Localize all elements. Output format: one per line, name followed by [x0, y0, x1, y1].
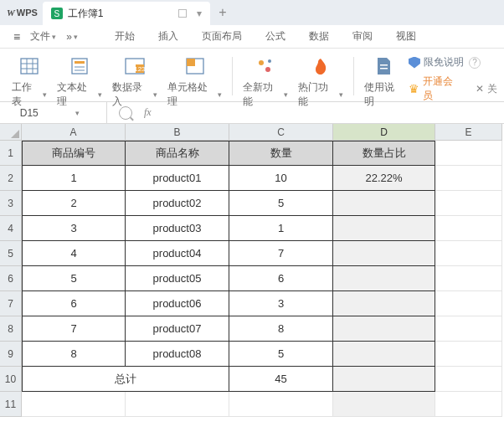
cell[interactable]: 22.22%	[333, 166, 435, 191]
row-header[interactable]: 8	[0, 316, 22, 342]
cell[interactable]	[333, 342, 435, 367]
cell[interactable]: product04	[126, 241, 229, 266]
menu-view[interactable]: 视图	[384, 29, 428, 44]
cell[interactable]: 3	[22, 216, 126, 241]
formula-bar: D15▾ fx	[0, 102, 504, 124]
tool-hot[interactable]: 热门功能▾	[293, 54, 348, 109]
cell[interactable]	[333, 216, 435, 241]
cell[interactable]	[435, 266, 502, 291]
cell[interactable]	[229, 392, 333, 417]
cell[interactable]	[435, 191, 502, 216]
column-header[interactable]: D	[333, 124, 435, 141]
tab-window-icon[interactable]	[178, 9, 187, 18]
cell[interactable]: 4	[22, 241, 126, 266]
vip-link[interactable]: ♛开通会员 ✕关	[409, 75, 497, 103]
cell[interactable]	[22, 392, 126, 417]
hamburger-menu[interactable]: ≡	[8, 30, 25, 44]
cell[interactable]	[435, 166, 502, 191]
menu-review[interactable]: 审阅	[341, 29, 384, 44]
select-all-corner[interactable]	[0, 124, 22, 141]
cell[interactable]	[333, 392, 435, 417]
tab-chevron-icon[interactable]: ▾	[197, 8, 202, 19]
cell[interactable]: product06	[126, 291, 229, 316]
row-header[interactable]: 1	[0, 141, 22, 166]
cell[interactable]: product07	[126, 316, 229, 342]
column-header[interactable]: E	[435, 124, 502, 141]
cell[interactable]: product03	[126, 216, 229, 241]
cell[interactable]: 数量	[229, 141, 333, 166]
menu-formula[interactable]: 公式	[254, 29, 297, 44]
tool-help[interactable]: 使用说明	[359, 54, 409, 109]
cell[interactable]: 商品名称	[126, 141, 229, 166]
more-menu[interactable]: »▾	[61, 31, 83, 43]
row-header[interactable]: 3	[0, 191, 22, 216]
cell[interactable]: 2	[22, 191, 126, 216]
cell[interactable]	[333, 266, 435, 291]
cell[interactable]	[333, 291, 435, 316]
row-header[interactable]: 7	[0, 291, 22, 316]
cell[interactable]	[435, 141, 502, 166]
new-tab-button[interactable]: +	[210, 5, 235, 20]
row-header[interactable]: 11	[0, 392, 22, 417]
formula-input[interactable]	[163, 102, 504, 123]
limit-link[interactable]: 限免说明?	[409, 55, 497, 69]
document-tab[interactable]: S 工作簿1 ▾	[43, 2, 210, 25]
tool-cell[interactable]: 单元格处理▾	[162, 54, 228, 109]
cell[interactable]	[435, 392, 502, 417]
cell[interactable]	[435, 316, 502, 342]
menu-start[interactable]: 开始	[103, 29, 147, 44]
row-header[interactable]: 6	[0, 266, 22, 291]
fx-icon[interactable]: fx	[144, 106, 152, 119]
cell[interactable]: 1	[229, 216, 333, 241]
column-header[interactable]: A	[22, 124, 126, 141]
menu-data[interactable]: 数据	[297, 29, 341, 44]
cell[interactable]: product01	[126, 166, 229, 191]
cell[interactable]: 商品编号	[22, 141, 126, 166]
tool-new-features[interactable]: 全新功能▾	[238, 54, 293, 109]
cell[interactable]: 数量占比	[333, 141, 435, 166]
search-icon[interactable]	[119, 106, 132, 120]
cell[interactable]	[333, 191, 435, 216]
cell[interactable]: 45	[229, 367, 333, 392]
cell[interactable]: 8	[229, 316, 333, 342]
cell[interactable]: product08	[126, 342, 229, 367]
row-header[interactable]: 2	[0, 166, 22, 191]
tool-worksheet[interactable]: 工作表▾	[7, 54, 52, 109]
menu-insert[interactable]: 插入	[147, 29, 190, 44]
cell[interactable]: 7	[22, 316, 126, 342]
tool-data-entry[interactable]: 123 数据录入▾	[107, 54, 162, 109]
cell[interactable]	[333, 241, 435, 266]
cell[interactable]: 5	[229, 191, 333, 216]
row-header[interactable]: 5	[0, 241, 22, 266]
cell[interactable]	[435, 291, 502, 316]
cell[interactable]: 1	[22, 166, 126, 191]
cell[interactable]	[333, 367, 435, 392]
row-header[interactable]: 9	[0, 342, 22, 367]
menu-layout[interactable]: 页面布局	[190, 29, 254, 44]
cell[interactable]: 10	[229, 166, 333, 191]
row-header[interactable]: 4	[0, 216, 22, 241]
cell[interactable]	[333, 316, 435, 342]
column-header[interactable]: B	[126, 124, 229, 141]
help-icon[interactable]: ?	[469, 57, 481, 69]
cell[interactable]	[435, 367, 502, 392]
cell[interactable]: 6	[229, 266, 333, 291]
name-box[interactable]: D15▾	[0, 102, 107, 123]
cell[interactable]: product02	[126, 191, 229, 216]
cell[interactable]: 7	[229, 241, 333, 266]
cell[interactable]: 6	[22, 291, 126, 316]
column-header[interactable]: C	[229, 124, 333, 141]
cell[interactable]: 总计	[22, 367, 229, 392]
cell[interactable]: 5	[229, 342, 333, 367]
tool-text[interactable]: 文本处理▾	[52, 54, 107, 109]
row-header[interactable]: 10	[0, 367, 22, 392]
cell[interactable]	[435, 342, 502, 367]
cell[interactable]: 3	[229, 291, 333, 316]
cell[interactable]	[435, 216, 502, 241]
file-menu[interactable]: 文件▾	[25, 29, 61, 44]
cell[interactable]: product05	[126, 266, 229, 291]
cell[interactable]	[126, 392, 229, 417]
cell[interactable]: 5	[22, 266, 126, 291]
cell[interactable]	[435, 241, 502, 266]
cell[interactable]: 8	[22, 342, 126, 367]
